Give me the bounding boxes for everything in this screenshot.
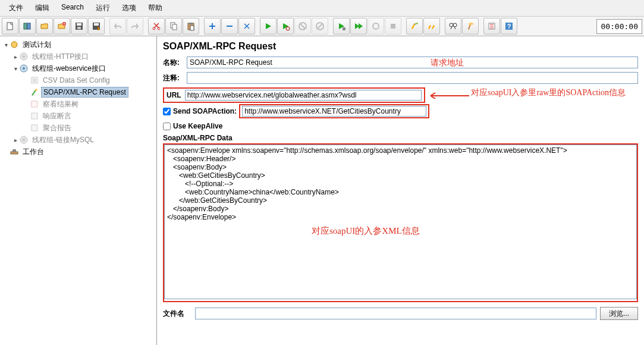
- keepalive-label: Use KeepAlive: [173, 122, 222, 130]
- cut-button[interactable]: [148, 18, 165, 34]
- clear-all-button[interactable]: [423, 18, 440, 34]
- send-soapaction-label: Send SOAPAction:: [173, 107, 237, 115]
- new-button[interactable]: [2, 18, 18, 34]
- svg-point-20: [373, 23, 379, 29]
- svg-rect-36: [32, 113, 37, 119]
- svg-rect-14: [189, 23, 193, 24]
- menu-file[interactable]: 文件: [3, 1, 29, 15]
- svg-rect-40: [11, 152, 18, 154]
- svg-rect-37: [32, 125, 37, 131]
- toolbar: ? 00:00:00: [0, 17, 644, 36]
- collapse-button[interactable]: [221, 18, 238, 34]
- name-label: 名称:: [163, 58, 187, 68]
- svg-rect-6: [77, 27, 81, 29]
- save-as-button[interactable]: [88, 18, 105, 34]
- open-button[interactable]: [36, 18, 53, 34]
- redo-button[interactable]: [127, 18, 143, 34]
- svg-text:?: ?: [507, 23, 511, 30]
- clear-button[interactable]: [406, 18, 423, 34]
- tree-soap-request[interactable]: SOAP/XML-RPC Request: [1, 86, 155, 98]
- svg-rect-15: [190, 26, 194, 30]
- tree-thread-webservice[interactable]: ▾ 线程组-webservice接口: [1, 62, 155, 74]
- remote-start-all-button[interactable]: [350, 18, 367, 34]
- svg-point-22: [450, 23, 453, 27]
- comment-input[interactable]: [187, 72, 638, 84]
- tree-view-results[interactable]: 察看结果树: [1, 98, 155, 110]
- data-label: Soap/XML-RPC Data: [163, 134, 638, 142]
- url-input[interactable]: [185, 90, 422, 101]
- soap-data-textarea[interactable]: [164, 145, 637, 299]
- function-helper-button[interactable]: [483, 18, 500, 34]
- filename-label: 文件名: [163, 309, 191, 319]
- svg-point-23: [453, 23, 457, 27]
- shutdown-button[interactable]: [312, 18, 328, 34]
- panel-title: SOAP/XML-RPC Request: [163, 41, 638, 52]
- content-panel: SOAP/XML-RPC Request 名称: 请求地址 注释: URL 对应…: [157, 36, 644, 345]
- svg-rect-0: [7, 23, 12, 30]
- svg-rect-35: [32, 101, 37, 107]
- remote-shutdown-button[interactable]: [385, 18, 401, 34]
- menu-search[interactable]: Search: [55, 1, 90, 15]
- paste-button[interactable]: [183, 18, 199, 34]
- menu-help[interactable]: 帮助: [142, 1, 168, 15]
- copy-button[interactable]: [165, 18, 182, 34]
- tree-aggregate[interactable]: 聚合报告: [1, 122, 155, 134]
- svg-rect-12: [172, 24, 177, 30]
- svg-rect-1: [24, 23, 27, 29]
- test-plan-tree[interactable]: ▾ 测试计划 ▸ 线程组-HTTP接口 ▾ 线程组-webservice接口 C…: [0, 36, 157, 345]
- stop-button[interactable]: [294, 18, 311, 34]
- svg-rect-8: [94, 23, 99, 26]
- close-button[interactable]: [54, 18, 70, 34]
- remote-stop-button[interactable]: [367, 18, 384, 34]
- name-input[interactable]: [187, 57, 638, 68]
- svg-point-30: [23, 55, 25, 58]
- svg-rect-5: [77, 23, 81, 26]
- remote-start-button[interactable]: [333, 18, 350, 34]
- filename-input[interactable]: [195, 308, 596, 319]
- svg-rect-2: [27, 23, 30, 29]
- browse-button[interactable]: 浏览...: [600, 307, 638, 320]
- send-soapaction-checkbox[interactable]: [163, 108, 171, 115]
- soapaction-input[interactable]: [242, 106, 426, 117]
- svg-point-28: [11, 42, 17, 48]
- toggle-button[interactable]: [238, 18, 255, 34]
- url-label: URL: [167, 91, 181, 99]
- tree-csv-config[interactable]: CSV Data Set Config: [1, 74, 155, 86]
- tree-thread-mysql[interactable]: ▸ 线程组-链接MySQL: [1, 134, 155, 146]
- undo-button[interactable]: [109, 18, 126, 34]
- menu-options[interactable]: 选项: [116, 1, 142, 15]
- svg-point-16: [286, 27, 290, 30]
- reset-search-button[interactable]: [462, 18, 479, 34]
- svg-point-24: [469, 23, 473, 25]
- comment-label: 注释:: [163, 73, 187, 83]
- keepalive-checkbox[interactable]: [163, 123, 171, 130]
- templates-button[interactable]: [19, 18, 36, 34]
- menubar: 文件 编辑 Search 运行 选项 帮助: [0, 0, 644, 17]
- tree-assertion[interactable]: 响应断言: [1, 110, 155, 122]
- menu-edit[interactable]: 编辑: [29, 1, 55, 15]
- tree-root[interactable]: ▾ 测试计划: [1, 39, 155, 51]
- start-notimers-button[interactable]: [277, 18, 294, 34]
- menu-run[interactable]: 运行: [90, 1, 116, 15]
- timer-display: 00:00:00: [596, 19, 642, 34]
- svg-point-39: [23, 139, 25, 141]
- svg-point-32: [23, 67, 25, 70]
- search-button[interactable]: [445, 18, 461, 34]
- start-button[interactable]: [260, 18, 277, 34]
- help-button[interactable]: ?: [501, 18, 517, 34]
- save-button[interactable]: [71, 18, 87, 34]
- svg-rect-19: [343, 27, 345, 30]
- tree-workbench[interactable]: 工作台: [1, 146, 155, 158]
- svg-point-34: [35, 89, 37, 91]
- svg-rect-41: [12, 149, 16, 152]
- svg-rect-21: [391, 24, 395, 29]
- expand-button[interactable]: [204, 18, 221, 34]
- tree-thread-http[interactable]: ▸ 线程组-HTTP接口: [1, 51, 155, 62]
